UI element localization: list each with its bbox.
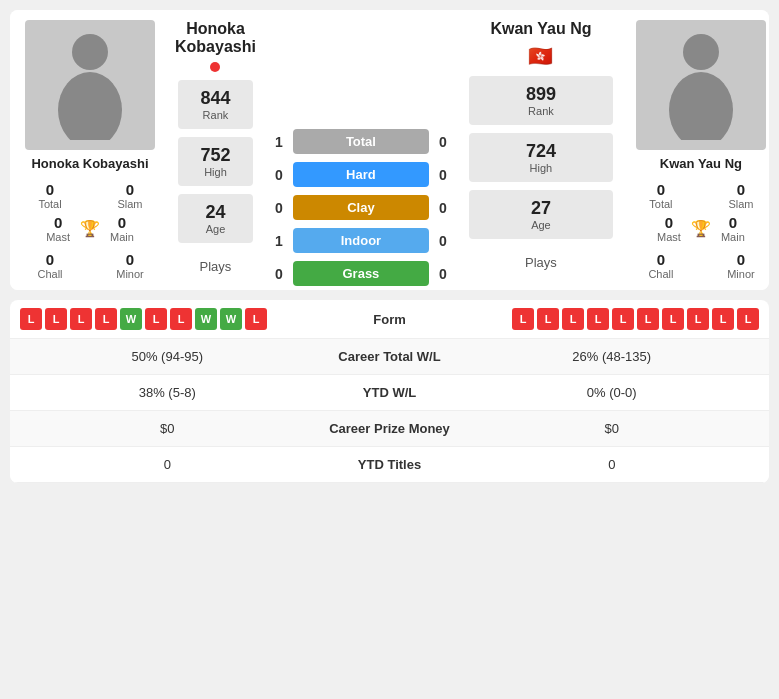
- clay-badge: Clay: [293, 195, 429, 220]
- right-high-block: 724 High: [469, 133, 613, 182]
- left-minor-stat: 0 Minor: [95, 251, 165, 280]
- clay-row: 0 Clay 0: [261, 191, 461, 224]
- form-badge-l: L: [637, 308, 659, 330]
- stats-left-1: 38% (5-8): [25, 385, 310, 400]
- form-badge-w: W: [120, 308, 142, 330]
- right-form-badges: LLLLLLLLLL: [450, 308, 760, 330]
- right-chall-label: Chall: [648, 268, 673, 280]
- grass-row: 0 Grass 0: [261, 257, 461, 290]
- left-player-name: Honoka Kobayashi: [31, 156, 148, 171]
- stats-row-3: 0YTD Titles0: [10, 447, 769, 483]
- left-player-card: Honoka Kobayashi 0 Total 0 Slam 0 Mast 🏆: [10, 10, 170, 290]
- player-comparison-section: Honoka Kobayashi 0 Total 0 Slam 0 Mast 🏆: [10, 10, 769, 290]
- form-label: Form: [330, 312, 450, 327]
- left-rank-value: 844: [186, 88, 245, 109]
- form-badge-l: L: [512, 308, 534, 330]
- right-main-stat: 0 Main: [721, 214, 745, 243]
- right-high-value: 724: [477, 141, 605, 162]
- right-mast-value: 0: [665, 214, 673, 231]
- right-player-name: Kwan Yau Ng: [660, 156, 742, 171]
- left-player-avatar: [25, 20, 155, 150]
- svg-point-0: [72, 34, 108, 70]
- total-left-count: 1: [269, 134, 289, 150]
- left-minor-value: 0: [126, 251, 134, 268]
- clay-right-count: 0: [433, 200, 453, 216]
- stats-center-1: YTD W/L: [310, 385, 470, 400]
- stats-rows-container: 50% (94-95)Career Total W/L26% (48-135)3…: [10, 339, 769, 483]
- left-main-value: 0: [118, 214, 126, 231]
- form-badge-l: L: [737, 308, 759, 330]
- right-player-stats: 0 Total 0 Slam: [626, 181, 769, 210]
- form-badge-l: L: [662, 308, 684, 330]
- clay-left-count: 0: [269, 200, 289, 216]
- right-total-stat: 0 Total: [626, 181, 696, 210]
- right-age-value: 27: [477, 198, 605, 219]
- stats-center-2: Career Prize Money: [310, 421, 470, 436]
- right-minor-label: Minor: [727, 268, 755, 280]
- left-age-block: 24 Age: [178, 194, 253, 243]
- form-badge-l: L: [95, 308, 117, 330]
- left-mast-stat: 0 Mast: [46, 214, 70, 243]
- grass-badge: Grass: [293, 261, 429, 286]
- left-total-stat: 0 Total: [15, 181, 85, 210]
- bottom-stats-section: LLLLWLLWWL Form LLLLLLLLLL 50% (94-95)Ca…: [10, 300, 769, 483]
- right-player-center-name: Kwan Yau Ng: [461, 10, 621, 40]
- left-red-dot: [210, 62, 220, 72]
- grass-left-count: 0: [269, 266, 289, 282]
- left-form-badges: LLLLWLLWWL: [20, 308, 330, 330]
- stats-center-3: YTD Titles: [310, 457, 470, 472]
- right-rank-label: Rank: [477, 105, 605, 117]
- total-badge: Total: [293, 129, 429, 154]
- right-main-label: Main: [721, 231, 745, 243]
- left-slam-label: Slam: [117, 198, 142, 210]
- right-main-value: 0: [729, 214, 737, 231]
- left-rank-block: 844 Rank: [178, 80, 253, 129]
- left-minor-label: Minor: [116, 268, 144, 280]
- indoor-left-count: 1: [269, 233, 289, 249]
- left-trophy-row: 0 Mast 🏆 0 Main: [46, 214, 134, 243]
- right-plays-label: Plays: [477, 255, 605, 270]
- svg-point-2: [683, 34, 719, 70]
- right-age-label: Age: [477, 219, 605, 231]
- svg-point-3: [669, 72, 733, 140]
- form-badge-l: L: [687, 308, 709, 330]
- stats-center-0: Career Total W/L: [310, 349, 470, 364]
- form-badge-l: L: [70, 308, 92, 330]
- center-court-panel: 1 Total 0 0 Hard 0 0 Clay 0 1 Indoor 0 0: [261, 10, 461, 290]
- left-age-label: Age: [186, 223, 245, 235]
- left-player-stats: 0 Total 0 Slam: [15, 181, 165, 210]
- form-badge-l: L: [245, 308, 267, 330]
- form-badge-l: L: [145, 308, 167, 330]
- left-age-value: 24: [186, 202, 245, 223]
- form-badge-w: W: [220, 308, 242, 330]
- stats-row-2: $0Career Prize Money$0: [10, 411, 769, 447]
- left-chall-minor-stats: 0 Chall 0 Minor: [15, 251, 165, 280]
- form-row: LLLLWLLWWL Form LLLLLLLLLL: [10, 300, 769, 339]
- stats-left-2: $0: [25, 421, 310, 436]
- left-high-label: High: [186, 166, 245, 178]
- left-main-label: Main: [110, 231, 134, 243]
- stats-left-3: 0: [25, 457, 310, 472]
- right-plays-section: Plays: [469, 247, 613, 278]
- hard-left-count: 0: [269, 167, 289, 183]
- right-middle-panel: Kwan Yau Ng 🇭🇰 899 Rank 724 High 27 Age …: [461, 10, 621, 290]
- left-total-value: 0: [46, 181, 54, 198]
- left-plays-label: Plays: [186, 259, 245, 274]
- stats-right-0: 26% (48-135): [470, 349, 755, 364]
- left-high-value: 752: [186, 145, 245, 166]
- right-total-value: 0: [657, 181, 665, 198]
- indoor-row: 1 Indoor 0: [261, 224, 461, 257]
- right-rank-value: 899: [477, 84, 605, 105]
- stats-right-2: $0: [470, 421, 755, 436]
- left-chall-label: Chall: [37, 268, 62, 280]
- right-total-label: Total: [649, 198, 672, 210]
- right-rank-block: 899 Rank: [469, 76, 613, 125]
- left-center-name-line1: Honoka Kobayashi: [170, 10, 261, 58]
- stats-left-0: 50% (94-95): [25, 349, 310, 364]
- form-badge-l: L: [612, 308, 634, 330]
- left-plays-section: Plays: [178, 251, 253, 282]
- right-trophy-row: 0 Mast 🏆 0 Main: [657, 214, 745, 243]
- form-badge-l: L: [45, 308, 67, 330]
- left-trophy-icon: 🏆: [80, 219, 100, 238]
- right-flag: 🇭🇰: [528, 44, 553, 68]
